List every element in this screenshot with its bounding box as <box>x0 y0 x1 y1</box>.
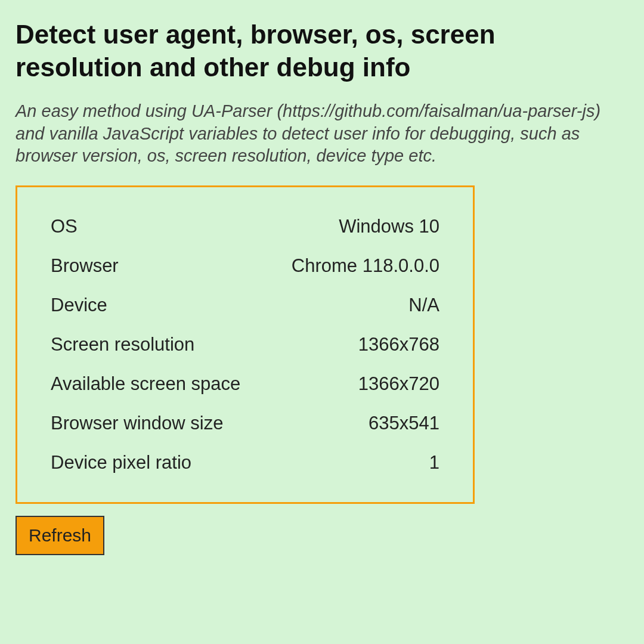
debug-info-box: OS Windows 10 Browser Chrome 118.0.0.0 D… <box>16 185 475 504</box>
info-row-available-screen-space: Available screen space 1366x720 <box>51 373 439 395</box>
info-value: 635x541 <box>369 413 439 434</box>
info-value: 1 <box>429 452 439 473</box>
info-label: OS <box>51 216 78 237</box>
info-row-screen-resolution: Screen resolution 1366x768 <box>51 334 439 355</box>
info-value: Chrome 118.0.0.0 <box>292 255 439 277</box>
info-label: Device <box>51 295 107 316</box>
refresh-button[interactable]: Refresh <box>16 516 104 555</box>
info-value: N/A <box>408 295 439 316</box>
info-value: 1366x720 <box>358 373 439 395</box>
info-label: Browser window size <box>51 413 223 434</box>
info-label: Browser <box>51 255 119 277</box>
info-value: 1366x768 <box>358 334 439 355</box>
page-subtitle: An easy method using UA-Parser (https://… <box>16 100 628 168</box>
info-row-browser: Browser Chrome 118.0.0.0 <box>51 255 439 277</box>
info-row-device-pixel-ratio: Device pixel ratio 1 <box>51 452 439 473</box>
info-row-browser-window-size: Browser window size 635x541 <box>51 413 439 434</box>
info-label: Available screen space <box>51 373 240 395</box>
info-value: Windows 10 <box>339 216 439 237</box>
info-row-device: Device N/A <box>51 295 439 316</box>
page-title: Detect user agent, browser, os, screen r… <box>16 18 628 83</box>
info-label: Device pixel ratio <box>51 452 191 473</box>
info-label: Screen resolution <box>51 334 194 355</box>
info-row-os: OS Windows 10 <box>51 216 439 237</box>
